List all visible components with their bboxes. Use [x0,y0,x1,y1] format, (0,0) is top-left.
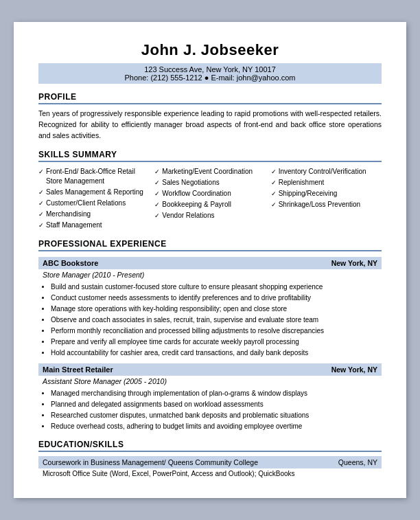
job-title: Store Manager (2010 - Present) [38,269,382,280]
skill-item: Sales Management & Reporting [38,187,149,198]
jobs-container: ABC BookstoreNew York, NYStore Manager (… [38,257,382,431]
job-bullet-item: Reduce overhead costs, adhering to budge… [51,421,382,431]
skills-col-3: Inventory Control/VerificationReplenishm… [271,166,382,231]
skill-item: Inventory Control/Verification [271,166,382,177]
skills-col-1: Front-End/ Back-Office Retail Store Mana… [38,166,149,231]
skills-title: SKILLS SUMMARY [38,150,382,162]
education-title: EDUCATION/SKILLS [38,440,382,452]
phone-label: Phone: [124,74,148,82]
skills-col-2: Marketing/Event CoordinationSales Negoti… [154,166,265,231]
job-header: ABC BookstoreNew York, NY [38,257,382,269]
email: john@yahoo.com [237,74,296,82]
applicant-name: John J. Jobseeker [38,41,382,59]
job-bullet-item: Observe and coach associates in sales, r… [51,315,382,325]
skill-item: Vendor Relations [154,210,265,221]
job-bullet-item: Build and sustain customer-focused store… [51,282,382,292]
job-bullet-item: Perform monthly reconciliation and proce… [51,326,382,336]
email-label: E-mail: [211,74,234,82]
skill-item: Replenishment [271,177,382,188]
job-company: ABC Bookstore [43,259,98,267]
skill-item: Front-End/ Back-Office Retail Store Mana… [38,166,149,187]
skill-item: Staff Management [38,220,149,231]
job-bullet-item: Managed merchandising through implementa… [51,388,382,398]
profile-title: PROFILE [38,92,382,104]
job-bullet-item: Manage store operations with key-holding… [51,304,382,314]
job-bullets: Managed merchandising through implementa… [38,388,382,431]
job-location: New York, NY [331,365,377,374]
skill-item: Bookkeeping & Payroll [154,199,265,210]
address: 123 Success Ave, New York, NY 10017 [144,65,276,74]
job-location: New York, NY [331,259,377,267]
header: John J. Jobseeker [38,41,382,59]
job-bullet-item: Hold accountability for cashier area, cr… [51,348,382,358]
edu-location: Queens, NY [338,458,377,466]
skill-item: Merchandising [38,209,149,220]
job-title: Assistant Store Manager (2005 - 2010) [38,376,382,387]
job-company: Main Street Retailer [43,365,113,374]
experience-title: PROFESSIONAL EXPERIENCE [38,239,382,251]
job-bullet-item: Researched customer disputes, unmatched … [51,410,382,420]
bullet-sep: ● [205,74,209,82]
contact-bar: 123 Success Ave, New York, NY 10017 Phon… [38,63,382,84]
education-row: Coursework in Business Management/ Queen… [38,456,382,468]
job-bullet-item: Conduct customer needs assessments to id… [51,293,382,303]
edu-extra: Microsoft Office Suite (Word, Excel, Pow… [38,468,382,479]
job-bullet-item: Planned and delegated assignments based … [51,399,382,409]
skill-item: Marketing/Event Coordination [154,166,265,177]
job-bullets: Build and sustain customer-focused store… [38,282,382,358]
job-header: Main Street RetailerNew York, NY [38,363,382,376]
profile-text: Ten years of progressively responsible e… [38,109,382,141]
skill-item: Sales Negotiations [154,177,265,188]
job-bullet-item: Prepare and verify all employee time car… [51,337,382,347]
edu-course: Coursework in Business Management/ Queen… [43,458,258,466]
phone: (212) 555-1212 [150,74,202,82]
skill-item: Shrinkage/Loss Prevention [271,199,382,210]
resume-page: John J. Jobseeker 123 Success Ave, New Y… [14,22,406,497]
skills-grid: Front-End/ Back-Office Retail Store Mana… [38,166,382,231]
skill-item: Shipping/Receiving [271,188,382,199]
skill-item: Customer/Client Relations [38,198,149,209]
skill-item: Workflow Coordination [154,188,265,199]
